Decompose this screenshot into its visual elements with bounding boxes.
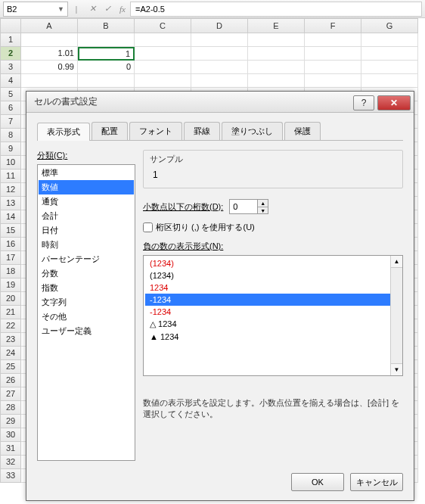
cell[interactable] [135,61,191,74]
category-item[interactable]: 数値 [39,180,134,194]
category-item[interactable]: 通貨 [39,194,134,209]
row-header[interactable]: 29 [0,415,21,428]
cell[interactable] [248,33,305,47]
row-header[interactable]: 1 [0,33,21,47]
dialog-title-bar[interactable]: セルの書式設定 ? ✕ [26,92,414,113]
row-header[interactable]: 25 [0,360,21,374]
row-header[interactable]: 23 [0,333,21,347]
cancel-formula-icon[interactable]: ✕ [85,4,100,14]
category-list[interactable]: 標準数値通貨会計日付時刻パーセンテージ分数指数文字列その他ユーザー定義 [37,164,135,461]
cell[interactable] [78,74,135,88]
col-header[interactable]: F [305,18,361,33]
row-header[interactable]: 26 [0,374,21,387]
row-header[interactable]: 20 [0,292,21,306]
spin-down-icon[interactable]: ▼ [258,207,268,214]
row-header[interactable]: 12 [0,183,21,197]
cell[interactable]: 1 [78,47,135,61]
cell[interactable]: 0 [78,61,135,74]
negative-format-item[interactable]: (1234) [145,257,401,269]
cell[interactable] [78,33,135,47]
row-header[interactable]: 24 [0,347,21,360]
spin-up-icon[interactable]: ▲ [258,200,268,207]
negative-format-item[interactable]: ▲ 1234 [145,331,401,343]
tab-1[interactable]: 配置 [92,122,128,140]
row-header[interactable]: 30 [0,428,21,442]
cell[interactable] [135,47,191,61]
col-header[interactable]: E [248,18,305,33]
ok-button[interactable]: OK [291,473,344,491]
row-header[interactable]: 13 [0,197,21,210]
cell[interactable] [361,33,418,47]
category-item[interactable]: パーセンテージ [39,252,134,266]
cell[interactable] [305,33,361,47]
row-header[interactable]: 27 [0,387,21,401]
name-box[interactable]: B2 ▼ [3,2,68,17]
category-item[interactable]: 指数 [39,281,134,295]
row-header[interactable]: 32 [0,456,21,469]
formula-input[interactable]: =A2-0.5 [130,2,422,17]
category-item[interactable]: 文字列 [39,295,134,310]
tab-0[interactable]: 表示形式 [37,123,90,141]
tab-4[interactable]: 塗りつぶし [222,122,283,140]
cell[interactable] [191,33,248,47]
thousands-separator-checkbox[interactable] [143,222,153,232]
cell[interactable] [248,74,305,88]
cell[interactable] [21,74,78,88]
row-header[interactable]: 14 [0,210,21,224]
cell[interactable]: 0.99 [21,61,78,74]
cell[interactable] [191,74,248,88]
row-header[interactable]: 7 [0,115,21,129]
row-header[interactable]: 5 [0,88,21,101]
cell[interactable] [135,33,191,47]
category-item[interactable]: 標準 [39,166,134,180]
cell[interactable] [248,47,305,61]
cell[interactable] [21,33,78,47]
negative-format-list[interactable]: (1234)(1234)1234-1234-1234△ 1234▲ 1234 ▲… [143,255,403,376]
col-header[interactable]: G [361,18,418,33]
decimal-places-input[interactable] [230,200,257,213]
category-item[interactable]: その他 [39,310,134,324]
row-header[interactable]: 2 [0,47,21,61]
scrollbar[interactable]: ▲ ▼ [390,256,402,375]
row-header[interactable]: 19 [0,278,21,292]
row-header[interactable]: 6 [0,101,21,115]
row-header[interactable]: 9 [0,142,21,156]
negative-format-item[interactable]: -1234 [145,294,401,306]
decimal-places-spinner[interactable]: ▲ ▼ [229,199,268,214]
row-header[interactable]: 4 [0,74,21,88]
cell[interactable] [191,61,248,74]
row-header[interactable]: 8 [0,129,21,142]
col-header[interactable]: C [135,18,191,33]
help-button[interactable]: ? [353,95,374,110]
row-header[interactable]: 16 [0,238,21,251]
row-header[interactable]: 3 [0,61,21,74]
scroll-down-icon[interactable]: ▼ [391,363,402,375]
cell[interactable] [361,74,418,88]
row-header[interactable]: 21 [0,306,21,319]
cell[interactable] [135,74,191,88]
row-header[interactable]: 15 [0,224,21,238]
col-header[interactable]: A [21,18,78,33]
row-header[interactable]: 17 [0,251,21,265]
scroll-up-icon[interactable]: ▲ [391,256,402,268]
category-item[interactable]: 時刻 [39,238,134,252]
select-all-corner[interactable] [0,18,21,33]
col-header[interactable]: B [78,18,135,33]
row-header[interactable]: 33 [0,469,21,483]
category-item[interactable]: 会計 [39,209,134,223]
negative-format-item[interactable]: (1234) [145,269,401,282]
cancel-button[interactable]: キャンセル [350,473,403,491]
category-item[interactable]: ユーザー定義 [39,324,134,338]
cell[interactable] [305,47,361,61]
row-header[interactable]: 18 [0,265,21,278]
cell[interactable] [305,61,361,74]
row-header[interactable]: 11 [0,170,21,183]
col-header[interactable]: D [191,18,248,33]
chevron-down-icon[interactable]: ▼ [57,5,64,13]
category-item[interactable]: 日付 [39,223,134,238]
cell[interactable] [191,47,248,61]
row-header[interactable]: 10 [0,156,21,170]
close-button[interactable]: ✕ [377,95,411,110]
accept-formula-icon[interactable]: ✓ [100,4,115,14]
negative-format-item[interactable]: △ 1234 [145,318,401,331]
